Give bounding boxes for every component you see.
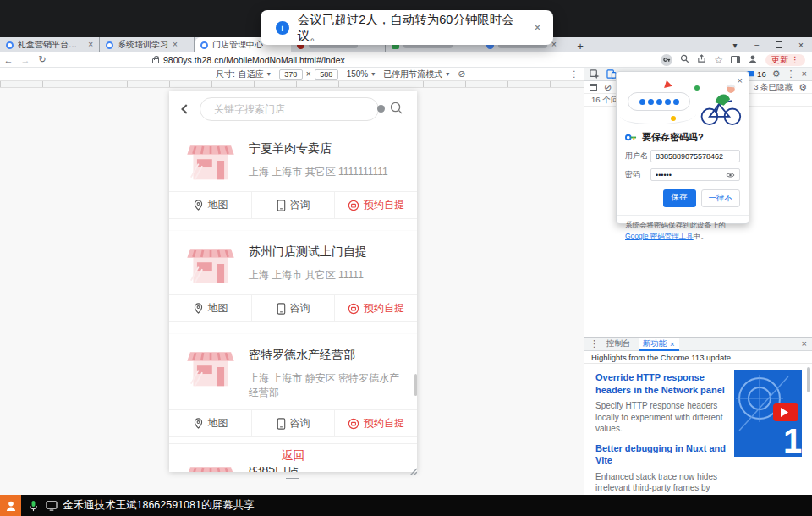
store-name: 密特罗德水产经营部 [249,348,405,363]
tab-favicon [200,41,208,49]
forward-icon[interactable]: → [17,55,34,65]
tab-close-icon[interactable]: × [551,41,557,49]
map-button[interactable]: 地图 [169,192,251,218]
store-search-input[interactable]: 关键字搜索门店 [200,97,379,121]
address-bar: ← → ↻ 9800ys.th28.cn/MobileModNoMall.htm… [0,52,812,68]
drawer-menu-icon[interactable]: ⋮ [590,339,599,349]
save-button[interactable]: 保存 [663,189,696,207]
password-illustration [617,79,749,128]
zoom-icon[interactable] [680,54,689,65]
map-button[interactable]: 地图 [169,410,251,436]
device-toolbar-menu-icon[interactable]: ⋮ [570,69,579,79]
username-field[interactable]: 8385889075578462 [650,150,740,162]
pickup-icon [348,303,359,315]
store-actions: 地图 咨询 预约自提 [169,294,417,322]
devtools-toolbar-right: 16 ⚙ ⋮ × [745,69,807,79]
clear-console-icon[interactable]: ⊘ [604,83,612,92]
close-window-button[interactable]: × [790,41,812,50]
filter-settings-icon[interactable]: ⚙ [798,83,807,92]
consult-button[interactable]: 咨询 [251,295,334,321]
throttle-select[interactable]: 已停用节流模式 [383,69,442,80]
map-pin-icon [193,418,204,429]
consult-button[interactable]: 咨询 [251,410,334,436]
store-actions: 地图 咨询 预约自提 [169,409,417,437]
inspect-icon[interactable] [590,69,600,80]
kebab-icon: ⋮ [791,55,799,64]
password-label: 密码 [625,169,650,180]
minimize-button[interactable]: − [746,41,768,50]
store-card[interactable]: 密特罗德水产经营部 上海 上海市 静安区 密特罗德水产经营部 地图 咨询 [169,334,417,449]
tab-training[interactable]: 系统培训学习 × [100,37,195,52]
url-text: 9800ys.th28.cn/MobileModNoMall.html#/ind… [163,55,345,65]
new-tab-button[interactable]: + [573,39,587,52]
dialog-title: 要保存密码吗? [642,131,704,144]
pickup-button[interactable]: 预约自提 [334,295,417,321]
map-pin-icon [193,200,204,211]
search-icon[interactable] [389,101,403,118]
devtools-close-icon[interactable]: × [802,69,807,79]
back-button[interactable]: 返回 [169,443,417,467]
cyclist-illustration [696,80,743,126]
pickup-button[interactable]: 预约自提 [334,410,417,436]
whats-new-header-text: Highlights from the Chrome 113 update [591,353,731,362]
password-key-icon[interactable] [661,54,672,66]
drawer-close-icon[interactable]: × [802,339,807,349]
whats-new-link[interactable]: Override HTTP response headers in the Ne… [595,371,727,396]
back-chevron-icon[interactable] [181,104,190,113]
profile-avatar[interactable] [748,54,758,66]
tab-close-icon[interactable]: × [670,339,675,349]
chrome-113-video-thumbnail[interactable]: 1 [734,370,802,457]
whats-new-link[interactable]: Better debugging in Nuxt and Vite [595,442,727,467]
refresh-icon[interactable]: ↻ [34,54,51,65]
map-button[interactable]: 地图 [169,295,251,321]
pickup-button[interactable]: 预约自提 [334,192,417,218]
username-label: 用户名 [625,151,650,162]
tab-whats-new[interactable]: 新功能 × [639,338,679,351]
no-throttle-icon: ⊘ [458,69,465,79]
password-field[interactable]: •••••• [650,168,740,181]
tab-close-icon[interactable]: × [88,41,93,49]
decor-yellow-dot [671,116,676,121]
bookmark-star-icon[interactable]: ☆ [714,55,723,65]
map-pin-icon [193,303,204,314]
window-controls: ▾ − × [724,37,812,52]
share-icon[interactable] [697,54,706,65]
google-key-icon [625,133,637,142]
store-text: 密特罗德水产经营部 上海 上海市 静安区 密特罗德水产经营部 [249,346,405,400]
sharer-avatar [0,495,21,516]
tab-gift-platform[interactable]: 礼盒营销平台管理中心 × [0,37,100,52]
zoom-select[interactable]: 150% [347,69,369,79]
never-button[interactable]: 一律不 [701,189,741,207]
tab-close-icon[interactable]: × [173,41,178,49]
side-panel-icon[interactable] [731,56,740,63]
back-icon[interactable]: ← [0,55,17,65]
lock-icon [152,58,159,63]
share-status-text: 金禾通技术王斌18662591081的屏幕共享 [63,498,254,513]
consult-button[interactable]: 咨询 [251,192,334,218]
drawer-scrollbar[interactable] [806,365,811,492]
tab-console[interactable]: 控制台 [602,338,635,351]
store-card[interactable]: 苏州门店测试上门自提 上海 上海市 其它区 11111 地图 咨询 [169,231,417,334]
pickup-icon [348,200,359,211]
chrome-update-button[interactable]: 更新 ⋮ [765,54,805,66]
omnibox[interactable]: 9800ys.th28.cn/MobileModNoMall.html#/ind… [152,55,345,65]
maximize-button[interactable] [768,41,790,50]
console-context-icon[interactable] [590,84,597,91]
viewport-width-input[interactable] [279,69,303,80]
chevron-down-icon: ▾ [371,71,375,78]
store-card[interactable]: 宁夏羊肉专卖店 上海 上海市 其它区 1111111111 地图 咨询 [169,128,417,231]
decor-triangle [662,80,672,88]
viewport-resize-handle[interactable] [409,467,417,475]
device-preset-select[interactable]: 自适应 [239,69,264,80]
page-area: 尺寸: 自适应 ▾ × 150% ▾ 已停用节流模式 ▾ ⊘ [0,68,584,495]
toast-close-icon[interactable]: × [534,20,541,36]
mobile-scrollbar[interactable] [414,374,417,396]
tab-label: 门店管理中心 [212,39,263,51]
tab-search-icon[interactable]: ▾ [724,41,746,50]
viewport-height-input[interactable] [315,69,338,80]
devtools-settings-icon[interactable]: ⚙ [772,69,781,79]
password-manager-link[interactable]: Google 密码管理工具 [625,232,694,240]
reveal-password-eye-icon[interactable] [726,172,735,178]
devtools-menu-icon[interactable]: ⋮ [787,69,796,79]
viewport-drag-handle[interactable] [286,475,299,479]
